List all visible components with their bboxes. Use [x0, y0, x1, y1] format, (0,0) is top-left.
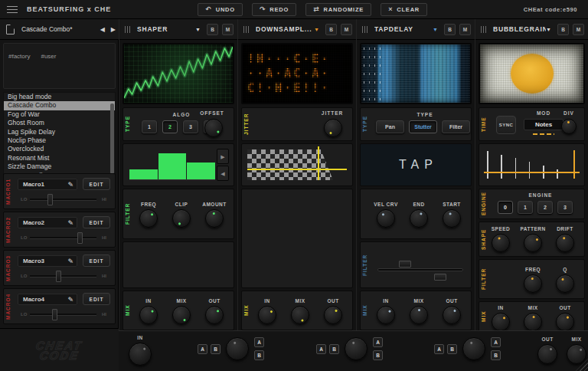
mute-button[interactable]: M — [222, 24, 234, 35]
end-knob[interactable] — [410, 209, 428, 228]
next-preset-icon[interactable]: ▶ — [108, 24, 119, 35]
q-knob[interactable] — [556, 274, 574, 293]
bypass-button[interactable]: B — [325, 24, 337, 35]
a-button[interactable]: A — [254, 337, 264, 347]
macro3-name-field[interactable]: Macro3✎ — [18, 255, 77, 267]
mute-button[interactable]: M — [573, 24, 584, 35]
b-button[interactable]: B — [254, 350, 264, 360]
mix-knob[interactable] — [291, 306, 309, 324]
tag[interactable]: #factory — [8, 53, 30, 60]
drag-handle-icon[interactable] — [243, 26, 250, 33]
slider-thumb[interactable] — [56, 271, 61, 282]
bypass-button[interactable]: B — [557, 24, 569, 35]
b-button[interactable]: B — [491, 350, 501, 360]
bubblegrains-header[interactable]: BUBBLEGRAINS ▼ B M — [475, 19, 588, 40]
drag-handle-icon[interactable] — [481, 26, 487, 33]
macro2-slider[interactable] — [30, 237, 96, 239]
bar-next-icon[interactable]: ▶ — [217, 149, 229, 164]
pattern-knob[interactable] — [524, 234, 542, 252]
engine-button[interactable]: 1 — [518, 201, 533, 214]
in-knob[interactable] — [139, 306, 158, 324]
chevron-down-icon[interactable]: ▼ — [314, 27, 319, 32]
in-knob[interactable] — [258, 306, 276, 324]
randomize-button[interactable]: ⇄ RANDOMIZE — [305, 3, 371, 16]
in-knob[interactable] — [492, 313, 510, 331]
tap-pad[interactable]: TAP — [360, 143, 472, 186]
freq-knob[interactable] — [139, 209, 158, 228]
tag[interactable]: #user — [41, 53, 56, 60]
shaper-header[interactable]: SHAPER ▼ B M — [119, 19, 237, 40]
velcrv-knob[interactable] — [377, 209, 395, 228]
algo-button[interactable]: 3 — [183, 120, 198, 133]
a-button[interactable]: A — [491, 337, 501, 347]
algo-button[interactable]: 1 — [142, 120, 157, 133]
filter-range-slider[interactable] — [377, 268, 463, 271]
macro1-edit-button[interactable]: EDIT — [83, 178, 110, 190]
mix-knob[interactable] — [524, 313, 542, 331]
drift-knob[interactable] — [556, 234, 574, 252]
shaper-bar[interactable] — [129, 169, 158, 179]
shaper-bar-display[interactable]: ▶ ◀ — [122, 143, 234, 186]
delay-type-button[interactable]: Stutter — [409, 120, 437, 133]
mix-knob[interactable] — [410, 306, 428, 324]
a-button[interactable]: A — [198, 344, 207, 354]
new-preset-icon[interactable] — [6, 25, 15, 34]
preset-item[interactable]: Sizzle Damage — [4, 163, 115, 171]
preset-item[interactable]: Big head mode — [4, 93, 115, 101]
delay-type-button[interactable]: Filter — [442, 120, 470, 133]
pencil-icon[interactable]: ✎ — [67, 179, 74, 190]
b-button[interactable]: B — [373, 350, 383, 360]
downsampler-header[interactable]: DOWNSAMPL... ▼ B M — [238, 19, 356, 40]
a-button[interactable]: A — [316, 344, 326, 354]
out-knob[interactable] — [556, 313, 574, 331]
preset-item[interactable]: Lag Spike Delay — [4, 128, 115, 136]
crossfade-knob[interactable] — [226, 337, 249, 360]
slider-thumb[interactable] — [52, 309, 57, 320]
a-button[interactable]: A — [373, 337, 383, 347]
out-knob[interactable] — [443, 306, 461, 324]
preset-item[interactable]: Resonant Mist — [4, 154, 115, 163]
grain-display[interactable] — [479, 143, 585, 186]
chevron-down-icon[interactable]: ▼ — [433, 27, 438, 32]
drag-handle-icon[interactable] — [125, 26, 131, 33]
b-button[interactable]: B — [329, 344, 339, 354]
clear-button[interactable]: × CLEAR — [381, 3, 427, 16]
master-in-knob[interactable] — [129, 343, 152, 366]
shaper-bar[interactable] — [187, 163, 215, 179]
undo-button[interactable]: ↶ UNDO — [198, 3, 243, 16]
preset-item[interactable]: Fog of War — [4, 110, 115, 119]
preset-item[interactable]: Ghost Room — [4, 119, 115, 127]
sync-button[interactable]: SYNC — [496, 116, 516, 134]
preset-item[interactable]: Cascade Combo — [4, 101, 115, 110]
in-knob[interactable] — [377, 306, 395, 324]
freq-knob[interactable] — [524, 274, 542, 293]
bypass-button[interactable]: B — [207, 24, 218, 35]
div-knob[interactable] — [561, 119, 577, 134]
slider-thumb[interactable] — [47, 194, 53, 205]
preset-item[interactable]: Noclip Phase — [4, 136, 115, 145]
tapdelay-header[interactable]: TAPDELAY ▼ B M — [357, 19, 475, 40]
start-knob[interactable] — [443, 209, 461, 228]
a-button[interactable]: A — [434, 344, 444, 354]
engine-button[interactable]: 2 — [537, 201, 553, 214]
engine-button[interactable]: 3 — [557, 201, 573, 214]
macro3-edit-button[interactable]: EDIT — [83, 254, 110, 267]
range-handle-a[interactable] — [399, 261, 411, 268]
b-button[interactable]: B — [447, 344, 457, 354]
prev-preset-icon[interactable]: ◀ — [97, 24, 108, 35]
bar-prev-icon[interactable]: ◀ — [217, 166, 229, 181]
offset-knob[interactable] — [204, 119, 223, 137]
macro4-edit-button[interactable]: EDIT — [83, 293, 110, 305]
out-knob[interactable] — [324, 306, 342, 324]
clip-knob[interactable] — [172, 209, 191, 228]
master-out-knob[interactable] — [537, 344, 557, 364]
mod-select[interactable]: Notes — [524, 119, 564, 130]
delay-type-button[interactable]: Pan — [376, 120, 404, 133]
out-knob[interactable] — [205, 306, 224, 324]
range-handle-b[interactable] — [434, 274, 446, 281]
pencil-icon[interactable]: ✎ — [67, 256, 74, 267]
crossfade-knob[interactable] — [345, 337, 368, 360]
preset-item[interactable]: Overclocked — [4, 145, 115, 153]
redo-button[interactable]: ↷ REDO — [252, 3, 296, 16]
mix-knob[interactable] — [172, 306, 191, 324]
